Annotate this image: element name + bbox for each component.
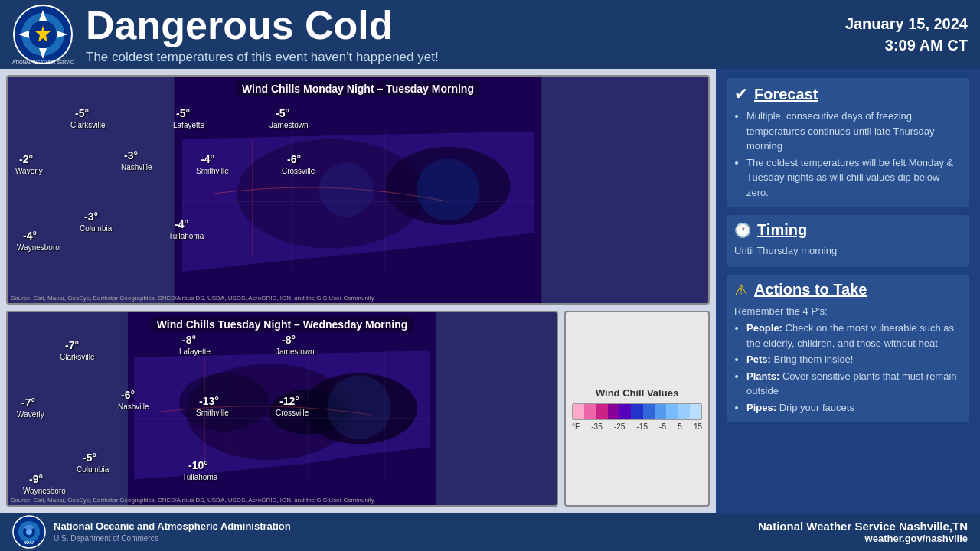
map1-temp-waverly-val: -2°: [19, 153, 33, 165]
map2-city-tullahoma: Tullahoma: [182, 473, 217, 481]
timing-icon: 🕐: [734, 222, 751, 239]
map1-temp-nashville-val: -3°: [124, 149, 138, 161]
agency-sub: U.S. Department of Commerce: [54, 533, 291, 544]
map1-city-waverly: Waverly: [15, 167, 43, 175]
map1-city-jamestown: Jamestown: [270, 121, 309, 129]
map1-city-columbia: Columbia: [80, 224, 112, 233]
forecast-body: Multiple, consecutive days of freezing t…: [734, 109, 962, 200]
map2-temp-waynesboro-val: -9°: [29, 473, 43, 485]
svg-point-32: [24, 525, 34, 530]
actions-title: Actions to Take: [754, 281, 867, 298]
svg-text:NOAA: NOAA: [24, 540, 35, 545]
legend-title: Wind Chill Values: [596, 387, 678, 399]
map2-temp-clarksville-val: -7°: [65, 339, 79, 351]
map2-city-waverly: Waverly: [17, 410, 44, 419]
header-subtitle: The coldest temperatures of this event h…: [86, 50, 845, 65]
noaa-logo: NOAA: [12, 515, 46, 549]
map2-temp-jamestown-val: -8°: [282, 334, 296, 346]
map2-temp-smithville-val: -13°: [199, 395, 219, 407]
map1-city-clarksville: Clarksville: [70, 121, 106, 129]
forecast-bullet-2: The coldest temperatures will be felt Mo…: [746, 155, 962, 201]
svg-text:NATIONAL WEATHER SERVICE: NATIONAL WEATHER SERVICE: [12, 60, 74, 64]
map1-temp-jamestown-val: -5°: [276, 107, 289, 119]
map1-temp-crossville-val: -6°: [287, 153, 301, 165]
actions-intro: Remember the 4 P's:: [734, 304, 962, 319]
legend-labels: °F -35 -25 -15 -5 5 15: [572, 422, 702, 431]
left-column: Wind Chills Monday Night – Tuesday Morni…: [0, 69, 716, 513]
main-content: Wind Chills Monday Night – Tuesday Morni…: [0, 69, 980, 513]
map2-city-smithville: Smithville: [196, 409, 229, 417]
map-panel-1: Wind Chills Monday Night – Tuesday Morni…: [6, 75, 710, 305]
agency-name: National Oceanic and Atmospheric Adminis…: [54, 520, 291, 533]
nws-name: National Weather Service Nashville,TN: [758, 520, 968, 533]
map1-temp-lafayette-val: -5°: [176, 107, 190, 119]
map1-temp-clarksville-val: -5°: [75, 107, 89, 119]
map2-city-crossville: Crossville: [276, 409, 309, 417]
map1-source: Source: Esri, Maxar, GeoEye, Earthstar G…: [11, 295, 374, 302]
nws-logo: NATIONAL WEATHER SERVICE: [12, 4, 74, 65]
timing-header: 🕐 Timing: [734, 221, 962, 239]
map1-temp-waynesboro-val: -4°: [23, 230, 37, 242]
map-panel-2: Wind Chills Tuesday Night – Wednesday Mo…: [6, 311, 558, 507]
main-title: Dangerous Cold: [86, 4, 845, 47]
map1-temp-tullahoma-val: -4°: [175, 218, 188, 230]
svg-point-16: [416, 158, 479, 221]
actions-icon: ⚠: [734, 281, 748, 299]
svg-point-27: [327, 375, 391, 439]
map1-temp-columbia-val: -3°: [84, 210, 98, 223]
timing-title: Timing: [757, 221, 807, 239]
map1-city-nashville: Nashville: [121, 163, 152, 171]
map1-city-waynesboro: Waynesboro: [17, 243, 60, 252]
footer-right: National Weather Service Nashville,TN we…: [758, 520, 968, 544]
map1-city-tullahoma: Tullahoma: [168, 232, 204, 240]
timing-text: Until Thursday morning: [734, 243, 962, 259]
action-pets: Pets: Bring them inside!: [746, 352, 962, 367]
map2-temp-nashville-val: -6°: [121, 389, 135, 401]
forecast-header: ✔ Forecast: [734, 84, 962, 104]
header-title-block: Dangerous Cold The coldest temperatures …: [86, 4, 845, 64]
actions-section: ⚠ Actions to Take Remember the 4 P's: Pe…: [727, 275, 969, 423]
map2-city-waynesboro: Waynesboro: [23, 487, 66, 495]
map2-temp-crossville-val: -12°: [279, 395, 299, 407]
action-people: People: Check on the most vulnerable suc…: [746, 321, 962, 350]
legend-panel: Wind Chill Values °F -35: [564, 311, 710, 507]
map1-title: Wind Chills Monday Night – Tuesday Morni…: [236, 81, 480, 96]
bottom-row: Wind Chills Tuesday Night – Wednesday Mo…: [6, 311, 710, 507]
header: NATIONAL WEATHER SERVICE Dangerous Cold …: [0, 0, 980, 69]
forecast-section: ✔ Forecast Multiple, consecutive days of…: [727, 78, 969, 207]
time-text: 3:09 AM CT: [845, 34, 968, 56]
action-plants: Plants: Cover sensitive plants that must…: [746, 369, 962, 399]
map1-city-lafayette: Lafayette: [173, 121, 204, 129]
timing-body: Until Thursday morning: [734, 243, 962, 259]
map2-temp-columbia-val: -5°: [83, 452, 96, 464]
forecast-title: Forecast: [754, 86, 818, 103]
actions-body: Remember the 4 P's: People: Check on the…: [734, 304, 962, 416]
forecast-bullet-1: Multiple, consecutive days of freezing t…: [746, 109, 962, 154]
svg-point-31: [26, 529, 32, 535]
nws-website: weather.gov/nashville: [758, 533, 968, 544]
header-date: January 15, 2024 3:09 AM CT: [845, 13, 968, 56]
map2-temp-waverly-val: -7°: [21, 396, 35, 409]
map2-city-lafayette: Lafayette: [179, 347, 211, 356]
date-text: January 15, 2024: [845, 13, 968, 34]
map1-svg: [8, 77, 708, 303]
forecast-bullets: Multiple, consecutive days of freezing t…: [746, 109, 962, 200]
timing-section: 🕐 Timing Until Thursday morning: [727, 215, 969, 267]
actions-header: ⚠ Actions to Take: [734, 281, 962, 299]
map2-city-columbia: Columbia: [77, 465, 109, 474]
forecast-icon: ✔: [734, 84, 748, 104]
map2-title: Wind Chills Tuesday Night – Wednesday Mo…: [151, 317, 414, 332]
svg-point-17: [318, 162, 373, 217]
footer: NOAA National Oceanic and Atmospheric Ad…: [0, 513, 980, 551]
map2-temp-lafayette-val: -8°: [182, 334, 196, 346]
legend-color-bar: [572, 403, 702, 420]
map2-city-jamestown: Jamestown: [276, 347, 315, 356]
map2-city-nashville: Nashville: [118, 403, 149, 411]
map1-temp-smithville-val: -4°: [201, 153, 214, 165]
map1-city-smithville: Smithville: [196, 167, 229, 175]
footer-agency-text: National Oceanic and Atmospheric Adminis…: [54, 520, 291, 544]
map1-city-crossville: Crossville: [282, 167, 315, 175]
action-pipes: Pipes: Drip your faucets: [746, 400, 962, 416]
footer-left: NOAA National Oceanic and Atmospheric Ad…: [12, 515, 291, 549]
right-column: ✔ Forecast Multiple, consecutive days of…: [716, 69, 980, 513]
